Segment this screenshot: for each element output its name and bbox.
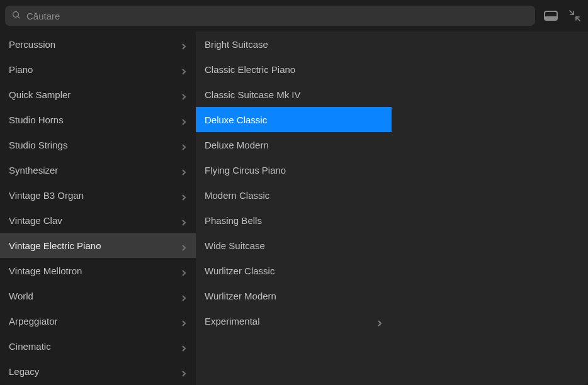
category-item[interactable]: Vintage Electric Piano (0, 233, 196, 258)
category-item[interactable]: Piano (0, 57, 196, 82)
topbar (0, 0, 588, 31)
category-item[interactable]: Vintage Mellotron (0, 258, 196, 283)
category-item-label: Vintage B3 Organ (9, 190, 84, 201)
category-item-label: Quick Sampler (9, 89, 71, 100)
category-item[interactable]: Legacy (0, 359, 196, 384)
category-item-label: World (9, 291, 33, 301)
preset-item-label: Flying Circus Piano (205, 165, 286, 176)
search-icon (11, 10, 21, 22)
preset-item[interactable]: Wurlitzer Classic (196, 258, 392, 283)
chevron-right-icon (181, 66, 187, 72)
chevron-right-icon (181, 217, 187, 223)
preset-item-label: Phasing Bells (205, 215, 262, 226)
category-item[interactable]: Arpeggiator (0, 308, 196, 333)
category-column: PercussionPianoQuick SamplerStudio Horns… (0, 31, 196, 385)
chevron-right-icon (181, 242, 187, 248)
category-item-label: Studio Horns (9, 114, 64, 125)
chevron-right-icon (181, 293, 187, 299)
detail-column (392, 31, 588, 385)
chevron-right-icon (376, 318, 383, 324)
preset-item-label: Deluxe Classic (205, 114, 267, 125)
chevron-right-icon (181, 343, 187, 349)
category-item-label: Cinematic (9, 341, 51, 352)
preset-item[interactable]: Flying Circus Piano (196, 157, 392, 182)
search-input[interactable] (26, 11, 529, 21)
preset-item-label: Bright Suitcase (205, 39, 268, 50)
preset-item-label: Deluxe Modern (205, 140, 269, 150)
svg-line-5 (576, 17, 580, 21)
preset-item[interactable]: Deluxe Modern (196, 132, 392, 157)
preset-item-label: Classic Electric Piano (205, 64, 295, 75)
preset-item[interactable]: Phasing Bells (196, 208, 392, 233)
preset-item-label: Wurlitzer Modern (205, 291, 276, 301)
category-item-label: Synthesizer (9, 165, 58, 176)
preset-item-label: Experimental (205, 316, 260, 326)
category-item[interactable]: Synthesizer (0, 157, 196, 182)
category-item-label: Studio Strings (9, 140, 67, 150)
category-item-label: Vintage Mellotron (9, 265, 82, 276)
collapse-icon[interactable] (567, 9, 583, 23)
svg-line-1 (18, 16, 20, 18)
preset-item-label: Classic Suitcase Mk IV (205, 89, 301, 100)
chevron-right-icon (181, 267, 187, 274)
preset-item[interactable]: Wide Suitcase (196, 233, 392, 258)
category-item-label: Piano (9, 64, 33, 75)
preset-item[interactable]: Modern Classic (196, 182, 392, 208)
category-item[interactable]: World (0, 283, 196, 308)
category-item-label: Arpeggiator (9, 316, 58, 326)
library-browser: PercussionPianoQuick SamplerStudio Horns… (0, 0, 588, 385)
svg-rect-3 (545, 16, 557, 20)
chevron-right-icon (181, 318, 187, 324)
preset-column: Bright SuitcaseClassic Electric PianoCla… (196, 31, 392, 385)
preset-item[interactable]: Bright Suitcase (196, 31, 392, 57)
preset-item[interactable]: Classic Suitcase Mk IV (196, 82, 392, 107)
chevron-right-icon (181, 192, 187, 198)
category-item[interactable]: Studio Horns (0, 107, 196, 132)
preset-item-label: Wurlitzer Classic (205, 265, 274, 276)
category-item[interactable]: Studio Strings (0, 132, 196, 157)
preset-item[interactable]: Experimental (196, 308, 392, 333)
category-item-label: Legacy (9, 366, 39, 377)
category-item-label: Percussion (9, 39, 55, 50)
category-item[interactable]: Percussion (0, 31, 196, 57)
svg-line-4 (570, 11, 574, 14)
svg-point-0 (13, 11, 19, 17)
category-item[interactable]: Cinematic (0, 333, 196, 359)
panel-toggle-button[interactable] (543, 9, 559, 23)
preset-item-label: Wide Suitcase (205, 240, 265, 251)
chevron-right-icon (181, 142, 187, 148)
search-box[interactable] (5, 6, 535, 26)
category-item-label: Vintage Electric Piano (9, 240, 101, 251)
chevron-right-icon (181, 91, 187, 98)
preset-item[interactable]: Wurlitzer Modern (196, 283, 392, 308)
chevron-right-icon (181, 116, 187, 123)
chevron-right-icon (181, 368, 187, 374)
category-item[interactable]: Quick Sampler (0, 82, 196, 107)
category-item[interactable]: Vintage Clav (0, 208, 196, 233)
chevron-right-icon (181, 167, 187, 173)
category-item-label: Vintage Clav (9, 215, 62, 226)
preset-item[interactable]: Deluxe Classic (196, 107, 392, 132)
chevron-right-icon (181, 41, 187, 47)
preset-item-label: Modern Classic (205, 190, 269, 201)
columns: PercussionPianoQuick SamplerStudio Horns… (0, 31, 588, 385)
category-item[interactable]: Vintage B3 Organ (0, 182, 196, 208)
preset-item[interactable]: Classic Electric Piano (196, 57, 392, 82)
